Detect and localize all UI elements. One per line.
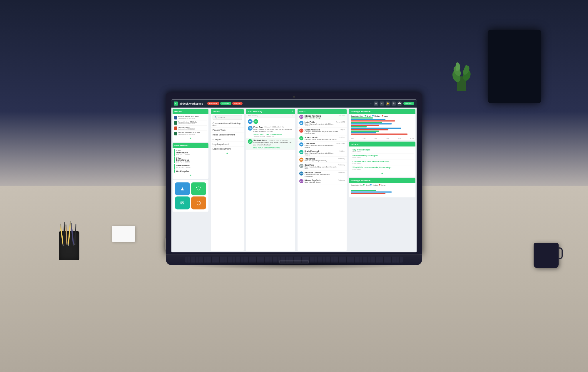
app-icon-office[interactable]: ⬡ xyxy=(191,196,206,209)
add-file-button[interactable]: + xyxy=(174,136,207,140)
app-icon-azure[interactable]: ▲ xyxy=(175,182,190,195)
bar-medium-2 xyxy=(351,128,401,129)
avg-revenue-2-chart xyxy=(349,187,415,197)
widget-calendar: My Calendar 4 Tue Team Review 1:00 PM - … xyxy=(173,143,208,179)
team-item-0[interactable]: Communication and Marketing dept. xyxy=(211,121,244,128)
inbox-item-1[interactable]: LP Luka Petrik Kevin Kavanagh wants to j… xyxy=(298,120,347,128)
inbox-item-6[interactable]: TH The Heretic How to negotiate your sal… xyxy=(298,157,347,163)
bar-small-2 xyxy=(351,126,367,127)
team-item-5[interactable]: Logistic department xyxy=(211,146,244,151)
teams-search[interactable]: 🔍 Search xyxy=(213,115,242,120)
file-item-3[interactable]: Finance overview 2018.xlsx Last modified… xyxy=(174,131,207,136)
like-action[interactable]: LIKE xyxy=(253,147,257,148)
logo-icon: L xyxy=(174,101,178,105)
team-item-2[interactable]: Inside Sales department xyxy=(211,132,244,137)
recent-header: Recent xyxy=(173,109,208,114)
widget-avg-revenue: Average Revenue Opportunity Size Small M… xyxy=(349,109,415,140)
widget-intranet: Intranet Say it with images 05/07/2018 N… xyxy=(349,141,415,177)
chat-icon[interactable]: 💬 xyxy=(397,101,402,105)
msg-avatar-1: SV xyxy=(248,139,253,144)
bar-medium-0 xyxy=(351,119,385,120)
widget-all-company: All Company ⤢ All Company ✏ PB SV xyxy=(246,109,295,251)
file-item-1[interactable]: Administration 2015.xlsx Last modified 0… xyxy=(174,120,207,125)
bell-icon[interactable]: 🔔 xyxy=(386,101,390,105)
widget-app-icons: ▲ 🛡 ✉ ⬡ xyxy=(173,180,208,212)
team-item-4[interactable]: Legal department xyxy=(211,142,244,146)
add-team-button[interactable]: + xyxy=(211,151,244,155)
inbox-item-2[interactable]: GA Gillian Anderson Can you please send … xyxy=(298,128,347,135)
recent-body: Sales overview 2018.docx Last modified 0… xyxy=(173,114,208,142)
compose-icon[interactable]: ✏ xyxy=(292,115,293,117)
team-item-1[interactable]: Finance Team xyxy=(211,128,244,132)
cal-event-0[interactable]: 4 Tue Team Review 1:00 PM - 1:30 PM xyxy=(174,149,207,156)
file-item-2[interactable]: Idea pitch.pptx Last modified 05/02/2018 xyxy=(174,125,207,131)
likes-text: You and Sarah de Vries like this xyxy=(253,135,293,137)
inbox-avatar-4: LP xyxy=(299,142,303,146)
intranet-item-1[interactable]: New Marketing colleague! 05/07/2018 xyxy=(351,153,414,159)
bar-medium-3 xyxy=(351,132,376,133)
cal-event-2[interactable]: Weekly meetup 12:30 AM - 1:00 PM xyxy=(174,164,207,169)
chart-legend: Opportunity Size Small Medium Large xyxy=(351,115,414,117)
view-convo-action[interactable]: VIEW CONVERSATION xyxy=(266,133,282,135)
grid-icon[interactable]: ⊞ xyxy=(374,101,378,105)
screen: L labdesk workspace Personal Intranet Re… xyxy=(171,99,417,252)
pencil-cup xyxy=(59,231,79,260)
intranet-item-3[interactable]: Why MSPs choose an adaptive worksp... 05… xyxy=(351,165,414,171)
app-titlebar: L labdesk workspace Personal Intranet Re… xyxy=(171,99,417,108)
cal-event-3[interactable]: Weekly update xyxy=(174,169,207,172)
webcam xyxy=(293,96,295,98)
reply-action[interactable]: REPLY xyxy=(260,133,265,135)
calendar-header: My Calendar xyxy=(173,143,208,148)
inbox-header: Inbox xyxy=(298,109,347,114)
file-item-0[interactable]: Sales overview 2018.docx Last modified 0… xyxy=(174,115,207,120)
app-icon-mail[interactable]: ✉ xyxy=(175,196,190,209)
titlebar-right: ⋯ ⊞ + 🔔 ⚙ 💬 Thomas xyxy=(370,101,414,105)
inbox-avatar-9: MP xyxy=(299,179,303,183)
bar-medium-1 xyxy=(351,123,392,124)
msg-avatar-0: PB xyxy=(248,126,253,130)
nav-personal[interactable]: Personal xyxy=(207,102,220,105)
bar-large-0 xyxy=(351,120,395,121)
inbox-item-4[interactable]: LP Luka Petrik Kevin Kavanagh wants to j… xyxy=(298,141,347,149)
app-icon-shield[interactable]: 🛡 xyxy=(191,182,206,195)
view-convo-action-1[interactable]: VIEW CONVERSATION xyxy=(264,147,280,148)
add-intranet-button[interactable]: + xyxy=(351,171,414,175)
bar-row-3 xyxy=(351,131,414,134)
search-titlebar-icon[interactable]: ⚙ xyxy=(392,101,396,105)
inbox-item-9[interactable]: MP Milorad Pop-Tosic New calendar design… xyxy=(298,178,347,184)
column-recent-calendar: Recent Sales overview 2018.docx Last mod… xyxy=(171,108,210,252)
user-badge[interactable]: Thomas xyxy=(403,102,414,105)
nav-report[interactable]: Report xyxy=(232,102,243,105)
share-action[interactable]: SHARE xyxy=(253,133,259,135)
avg-revenue-header: Average Revenue xyxy=(349,109,415,114)
cal-event-1[interactable]: 5 Wed Daily stand up 2:30 PM - 3:00 PM xyxy=(174,156,207,163)
inbox-item-5[interactable]: KK Kevin Kavanagh Kevin Kavanagh wants t… xyxy=(298,149,347,157)
team-item-3[interactable]: IT Support xyxy=(211,137,244,142)
bar-small-3 xyxy=(351,130,379,132)
widget-inbox: Inbox MP Milorad Pop-Tosic New calendar … xyxy=(298,109,347,251)
avg-revenue-2-header: Average Revenue xyxy=(349,178,415,183)
inbox-item-3[interactable]: SL Srdan Lukovic Can you check something… xyxy=(298,135,347,141)
plus-icon[interactable]: + xyxy=(380,101,384,105)
column-all-company: All Company ⤢ All Company ✏ PB SV xyxy=(245,108,296,252)
bar-large-2 xyxy=(351,129,388,130)
avg-revenue-2-legend: Opportunity Size Small Medium Large xyxy=(349,183,415,187)
intranet-item-2[interactable]: Conditional Access and the Adaptive ... … xyxy=(351,159,414,165)
inbox-item-8[interactable]: MO Microsoft Outlook Clutter moved new a… xyxy=(298,170,347,178)
reply-action-1[interactable]: REPLY xyxy=(258,147,263,148)
inbox-item-7[interactable]: OV OpenView How Heap is building a produ… xyxy=(298,163,347,170)
file-date-2: Last modified 05/02/2018 xyxy=(178,128,195,130)
file-date-0: Last modified 05/02/2018 xyxy=(178,117,199,119)
app-icons-grid: ▲ 🛡 ✉ ⬡ xyxy=(173,180,208,212)
laptop-shadow xyxy=(176,260,412,269)
inbox-item-0[interactable]: MP Milorad Pop-Tosic New calendar design… xyxy=(298,114,347,120)
inbox-avatar-0: MP xyxy=(299,115,303,119)
expand-icon[interactable]: ⤢ xyxy=(292,110,293,113)
search-placeholder: Search xyxy=(218,116,225,118)
chart-xaxis: $0M $2M $4M $6M $8M $12M xyxy=(351,137,414,139)
add-event-button[interactable]: + xyxy=(174,173,207,177)
nav-intranet[interactable]: Intranet xyxy=(220,102,231,105)
inbox-avatar-5: KK xyxy=(299,150,303,154)
intranet-item-0[interactable]: Say it with images 05/07/2018 xyxy=(351,148,414,153)
inbox-list: MP Milorad Pop-Tosic New calendar design… xyxy=(298,114,347,184)
